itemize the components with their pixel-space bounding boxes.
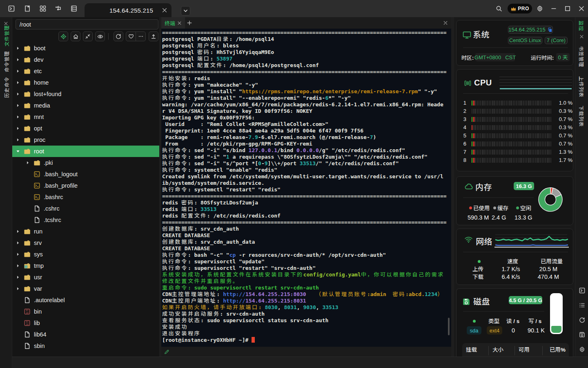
terminal-input-strip[interactable] [161, 347, 451, 357]
more-button[interactable] [136, 32, 145, 41]
remote-desktop-grid-icon[interactable] [40, 5, 46, 12]
rail-tab-uploads[interactable]: 上传列表 [575, 74, 588, 100]
search-icon[interactable] [496, 5, 502, 12]
locate-button[interactable] [58, 31, 68, 41]
tree-row-lost+found[interactable]: lost+found [12, 88, 159, 100]
script-icon [33, 171, 40, 177]
tree-collapse-icon[interactable] [16, 103, 20, 108]
preview-button[interactable] [95, 31, 105, 41]
memory-legend-dot [493, 206, 496, 209]
tree-row-.tcshrc[interactable]: .tcshrc [12, 214, 159, 226]
tree-row-mnt[interactable]: mnt [12, 111, 159, 123]
tree-row-.bash_logout[interactable]: .bash_logout [12, 168, 159, 180]
tree-row-tmp[interactable]: tmp [12, 260, 159, 272]
tree-row-sbin[interactable]: sbin [12, 340, 159, 352]
tree-row-.cshrc[interactable]: .cshrc [12, 203, 159, 214]
tree-row-opt[interactable]: opt [12, 123, 159, 134]
sidebar-tab-file-manager[interactable]: 文件管理 [0, 23, 12, 48]
tree-collapse-icon[interactable] [16, 287, 20, 291]
tree-row-proc[interactable]: proc [12, 134, 159, 146]
folder-icon [24, 68, 31, 74]
terminal-line: [root@instance-ryOXHbHF ~]# [162, 337, 447, 343]
tree-expand-icon[interactable] [16, 149, 20, 153]
tree-row-sys[interactable]: sys [12, 249, 159, 260]
session-tab-close-icon[interactable] [162, 7, 167, 13]
tree-collapse-icon[interactable] [26, 161, 30, 165]
system-card: 系统 154.64.255.215 CentOS Linux 7 (Core) … [456, 20, 573, 66]
rail-save-icon[interactable] [579, 332, 585, 338]
tree-row-bin[interactable]: bin [12, 306, 159, 317]
tree-row-lib64[interactable]: lib64 [12, 329, 159, 340]
tree-row-root[interactable]: root [12, 146, 159, 157]
tree-collapse-icon[interactable] [16, 46, 20, 50]
terminal-panel-close-icon[interactable] [443, 20, 448, 25]
terminal-tab[interactable]: 终端 [161, 17, 185, 29]
tree-collapse-icon[interactable] [16, 58, 20, 62]
ip-badge[interactable]: 154.64.255.215 [508, 26, 553, 34]
rail-list-icon[interactable] [579, 302, 585, 308]
collapse-button[interactable] [83, 31, 93, 41]
tree-row-lib[interactable]: lib [12, 317, 159, 329]
server-list-icon[interactable] [71, 5, 77, 12]
tree-collapse-icon[interactable] [16, 252, 20, 256]
tree-item-label: opt [34, 125, 42, 132]
eye-icon [97, 34, 103, 40]
tree-row-media[interactable]: media [12, 100, 159, 111]
maximize-icon[interactable] [564, 5, 571, 12]
tree-collapse-icon[interactable] [16, 81, 20, 85]
copy-icon[interactable] [548, 27, 552, 32]
tree-row-.autorelabel[interactable]: .autorelabel [12, 294, 159, 306]
disk-card-title: 磁盘 [473, 297, 490, 307]
terminal-output[interactable]: ========================================… [161, 29, 451, 347]
tree-collapse-icon[interactable] [16, 92, 20, 96]
tree-collapse-icon[interactable] [16, 138, 20, 142]
session-flow-icon[interactable] [55, 5, 62, 12]
new-terminal-icon[interactable] [8, 5, 15, 12]
tree-collapse-icon[interactable] [16, 126, 20, 130]
tab-list-dropdown[interactable] [181, 6, 190, 16]
tree-collapse-icon[interactable] [16, 264, 20, 268]
rail-refresh-icon[interactable] [579, 317, 585, 323]
refresh-button[interactable] [114, 31, 123, 41]
pro-badge[interactable]: PRO [508, 4, 532, 13]
tree-row-var[interactable]: var [12, 283, 159, 294]
tree-row-run[interactable]: run [12, 226, 159, 237]
window-close-icon[interactable] [578, 5, 585, 12]
settings-gear-icon[interactable] [537, 5, 543, 12]
tree-row-.pki[interactable]: .pki [12, 157, 159, 168]
rail-tab-downloads[interactable]: 下载列表 [575, 103, 588, 129]
tree-row-usr[interactable]: usr [12, 272, 159, 283]
rail-terminal-icon[interactable] [579, 287, 585, 294]
tree-collapse-icon[interactable] [16, 241, 20, 245]
tree-row-home[interactable]: home [12, 77, 159, 88]
tree-row-srv[interactable]: srv [12, 237, 159, 249]
rail-tab-bookmarks[interactable]: 书签管理 [575, 43, 588, 70]
pencil-icon[interactable] [164, 349, 169, 355]
tree-row-etc[interactable]: etc [12, 65, 159, 77]
tree-row-.bashrc[interactable]: .bashrc [12, 191, 159, 203]
splitter-right[interactable] [451, 17, 454, 357]
new-terminal-tab-icon[interactable] [187, 20, 192, 26]
favorite-button[interactable] [126, 32, 136, 41]
home-button[interactable] [71, 31, 80, 41]
upload-button[interactable] [149, 31, 158, 41]
session-tab[interactable]: 154.64.255.215 [85, 3, 172, 17]
tree-row-.bash_profile[interactable]: .bash_profile [12, 180, 159, 191]
tree-row-boot[interactable]: boot [12, 43, 159, 54]
rail-gear-icon[interactable] [579, 346, 585, 352]
path-input[interactable]: /root [16, 19, 158, 29]
terminal-scrollbar[interactable] [448, 318, 450, 335]
rail-tab-monitor[interactable]: 监控 [575, 16, 588, 35]
folder-icon [24, 251, 31, 258]
memory-card-title: 内存 [475, 182, 492, 192]
tree-row-dev[interactable]: dev [12, 54, 159, 65]
tree-collapse-icon[interactable] [16, 69, 20, 73]
sidebar-tab-command-manager[interactable]: 命令管理 [0, 49, 12, 74]
bookmark-file-icon[interactable] [24, 5, 31, 12]
tree-collapse-icon[interactable] [16, 115, 20, 119]
sidebar-tab-history[interactable]: 历史命令 [0, 75, 12, 99]
terminal-tab-close-icon[interactable] [177, 21, 182, 25]
tree-collapse-icon[interactable] [16, 275, 20, 279]
minimize-icon[interactable] [550, 5, 557, 12]
tree-collapse-icon[interactable] [16, 229, 20, 233]
